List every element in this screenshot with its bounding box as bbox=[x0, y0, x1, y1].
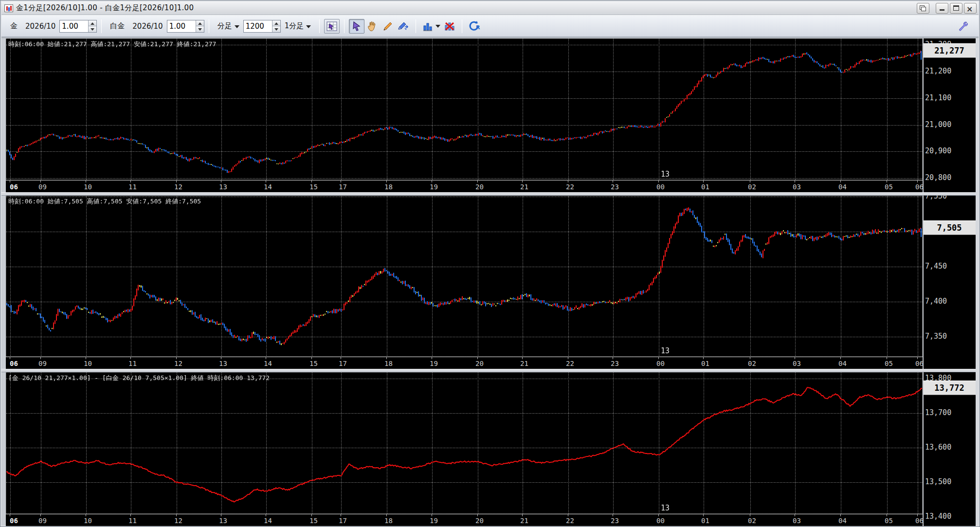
x-axis-tick bbox=[341, 514, 341, 516]
x-axis-tick bbox=[840, 514, 841, 516]
x-axis-label: 06 bbox=[10, 183, 18, 191]
x-axis-tick bbox=[887, 181, 887, 182]
x-axis-tick bbox=[750, 181, 750, 182]
x-axis-label: 12 bbox=[174, 517, 182, 525]
draw-marker-button[interactable] bbox=[396, 19, 411, 34]
toolbar-separator bbox=[101, 19, 102, 33]
pan-hand-button[interactable] bbox=[364, 19, 380, 34]
bars-count-input[interactable] bbox=[244, 20, 272, 32]
x-axis-tick bbox=[386, 514, 387, 516]
x-axis-label: 02 bbox=[748, 183, 756, 191]
x-axis-tick bbox=[917, 181, 918, 182]
minimize-button[interactable] bbox=[936, 3, 948, 14]
gold-multiplier-spin-up-button[interactable] bbox=[89, 20, 96, 26]
x-axis-tick bbox=[341, 181, 341, 182]
x-axis-tick bbox=[40, 357, 41, 359]
x-axis-label: 20 bbox=[475, 360, 484, 367]
gold-time-axis: 0609101112131415171819202122230001020304… bbox=[6, 180, 923, 192]
x-axis-label: 02 bbox=[748, 360, 756, 367]
gold-candle-plot[interactable]: 時刻:06:00 始値:21,277 高値:21,277 安値:21,277 終… bbox=[6, 38, 923, 180]
pan-hand-icon bbox=[366, 20, 378, 32]
bars-count-spinbox bbox=[243, 20, 281, 33]
x-axis-label: 13 bbox=[219, 183, 227, 191]
y-axis-label: 7,450 bbox=[925, 262, 947, 271]
gold-candle-canvas[interactable] bbox=[6, 39, 922, 180]
platinum-multiplier-input[interactable] bbox=[167, 20, 196, 32]
window-title: 金1分足[2026/10]1.00 - 白金1分足[2026/10]1.00 bbox=[16, 3, 194, 13]
x-axis-label: 11 bbox=[128, 360, 137, 367]
select-cursor-icon bbox=[351, 21, 362, 32]
x-axis-label: 03 bbox=[793, 360, 801, 367]
spread-line-plot[interactable]: [金 26/10 21,277×1.00] - [白金 26/10 7,505×… bbox=[6, 372, 923, 514]
y-axis-label: 21,100 bbox=[925, 93, 951, 102]
settings-button[interactable] bbox=[955, 19, 971, 34]
x-axis-tick bbox=[40, 181, 41, 182]
x-axis-tick bbox=[86, 357, 86, 359]
y-axis-label: 13,500 bbox=[925, 477, 951, 486]
x-axis-label: 04 bbox=[838, 517, 847, 525]
x-axis-tick bbox=[176, 514, 177, 516]
x-axis-tick bbox=[840, 357, 841, 359]
x-axis-label: 19 bbox=[430, 360, 438, 367]
close-icon: × bbox=[966, 4, 973, 14]
x-axis-label: 00 bbox=[656, 360, 665, 367]
gold-multiplier-input[interactable] bbox=[60, 20, 88, 32]
period-dropdown[interactable]: 1分足 bbox=[285, 21, 311, 31]
cascade-windows-button[interactable] bbox=[917, 3, 929, 14]
panel-platinum: 時刻:06:00 始値:7,505 高値:7,505 安値:7,505 終値:7… bbox=[1, 196, 979, 369]
x-axis-tick bbox=[432, 357, 432, 359]
spin-down-icon bbox=[91, 28, 94, 31]
spin-up-icon bbox=[274, 22, 278, 25]
y-axis-label: 13,700 bbox=[925, 408, 951, 417]
reload-icon: R bbox=[468, 20, 481, 32]
maximize-button[interactable] bbox=[950, 3, 962, 14]
chart-style-dropdown-button[interactable] bbox=[420, 19, 442, 34]
toolbar-separator bbox=[344, 19, 345, 33]
platinum-multiplier-spin-up-button[interactable] bbox=[196, 20, 204, 26]
panel-spread: [金 26/10 21,277×1.00] - [白金 26/10 7,505×… bbox=[1, 372, 979, 526]
spread-time-axis: 0609101112131415171819202122230001020304… bbox=[6, 514, 923, 526]
window-resize-edge[interactable] bbox=[976, 38, 979, 526]
platinum-candle-canvas[interactable] bbox=[6, 196, 922, 356]
bars-count-spin-up-button[interactable] bbox=[272, 20, 280, 26]
x-axis-tick bbox=[522, 514, 523, 516]
x-axis-label: 01 bbox=[701, 183, 709, 191]
interval-dropdown[interactable]: 分足 bbox=[218, 21, 239, 31]
select-cursor-button[interactable] bbox=[349, 19, 364, 34]
panel-gold: 時刻:06:00 始値:21,277 高値:21,277 安値:21,277 終… bbox=[1, 38, 979, 192]
x-axis-label: 02 bbox=[748, 517, 756, 525]
bars-count-spin-down-button[interactable] bbox=[272, 26, 280, 32]
x-axis-label: 06 bbox=[915, 183, 924, 191]
spin-up-icon bbox=[198, 22, 202, 25]
close-button[interactable]: × bbox=[964, 3, 977, 14]
x-axis-tick bbox=[266, 181, 266, 182]
x-axis-tick bbox=[658, 514, 659, 516]
spread-price-axis: 13,772 13,80013,70013,60013,50013,400 bbox=[924, 372, 976, 526]
platinum-multiplier-spin-down-button[interactable] bbox=[196, 26, 204, 32]
y-axis-label: 7,550 bbox=[925, 196, 947, 200]
spread-line-canvas[interactable] bbox=[6, 373, 922, 513]
x-axis-label: 23 bbox=[611, 183, 619, 191]
x-axis-label: 12 bbox=[174, 183, 182, 191]
x-axis-tick bbox=[176, 357, 177, 359]
chart-cursor-icon bbox=[326, 20, 338, 32]
x-axis-label: 06 bbox=[10, 360, 18, 367]
x-axis-tick bbox=[568, 514, 568, 516]
x-axis-tick bbox=[703, 514, 704, 516]
x-axis-label: 03 bbox=[793, 183, 801, 191]
reload-button[interactable]: R bbox=[467, 19, 482, 34]
panel-separator[interactable] bbox=[1, 369, 979, 372]
x-axis-label: 21 bbox=[520, 183, 528, 191]
x-axis-label: 11 bbox=[128, 183, 137, 191]
x-axis-label: 20 bbox=[475, 517, 484, 525]
gold-multiplier-spin-down-button[interactable] bbox=[89, 26, 96, 32]
platinum-candle-plot[interactable]: 時刻:06:00 始値:7,505 高値:7,505 安値:7,505 終値:7… bbox=[6, 196, 923, 357]
chart-cursor-button[interactable] bbox=[324, 19, 340, 34]
x-axis-tick bbox=[658, 357, 659, 359]
x-axis-tick bbox=[311, 514, 312, 516]
x-axis-label: 06 bbox=[10, 517, 18, 525]
draw-pencil-button[interactable] bbox=[380, 19, 396, 34]
panel-separator[interactable] bbox=[1, 192, 979, 196]
y-axis-label: 20,800 bbox=[925, 173, 951, 182]
chart-delete-button[interactable] bbox=[442, 19, 457, 34]
